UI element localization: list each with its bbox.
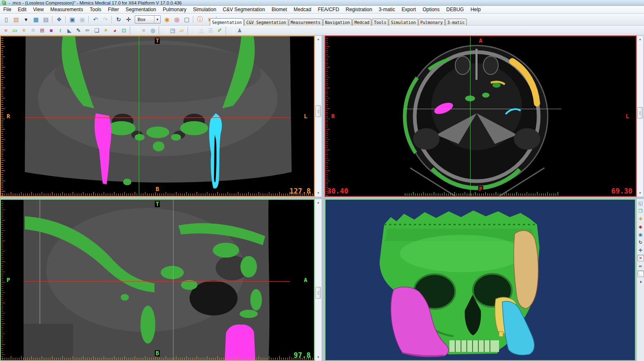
separator[interactable] [193, 16, 194, 23]
3d-reconstruction-view[interactable] [325, 199, 636, 361]
menu-item[interactable]: Medcad [290, 6, 315, 13]
zoom-in-icon[interactable]: ◉ [162, 15, 171, 24]
ribbon-tab[interactable]: 3-matic [445, 19, 467, 26]
menu-item[interactable]: Filter [105, 6, 122, 13]
redo-icon[interactable]: ↷ [101, 15, 110, 24]
save-project-icon[interactable]: ▦ [31, 15, 40, 24]
new-project-icon[interactable]: ▯ [2, 15, 11, 24]
ribbon-tab[interactable]: Measurements [289, 19, 323, 26]
menu-item[interactable]: Segmentation [122, 6, 159, 13]
coronal-horizontal-crosshair[interactable] [26, 117, 290, 118]
paste-icon[interactable]: ▣ [78, 15, 87, 24]
edit-masks-icon[interactable]: ■ [47, 26, 55, 35]
rotate-view-icon[interactable]: ↻ [114, 15, 123, 24]
object-info-icon[interactable]: ⓘ [195, 15, 204, 24]
menu-item[interactable]: FEA/CFD [314, 6, 342, 13]
axial-vertical-crosshair[interactable] [470, 36, 471, 196]
coronal-slice-view[interactable]: T B R L 127.8 [0, 36, 315, 197]
menu-item[interactable]: View [30, 6, 47, 13]
coronal-vertical-crosshair[interactable] [139, 36, 139, 196]
organize-images-icon[interactable]: ❖ [55, 15, 64, 24]
axial-slice-view[interactable]: A P R L 69.30 30.40 [325, 36, 637, 197]
ribbon-tab[interactable]: Tools [372, 19, 388, 26]
mask-label-icon[interactable]: ▱ [178, 26, 186, 35]
zoom-mode-dropdown[interactable]: Box ▼ [135, 15, 161, 24]
smart-fill-icon[interactable]: ☀ [102, 26, 110, 35]
menu-item[interactable]: Options [419, 6, 443, 13]
pan-3d-icon[interactable]: ✛ [637, 247, 644, 253]
sagittal-vertical-crosshair[interactable] [173, 200, 173, 360]
scroll-up-icon[interactable]: ▲ [316, 36, 321, 42]
separator[interactable] [226, 26, 234, 35]
menu-item[interactable]: Registration [342, 6, 375, 13]
cavity-fill-icon[interactable]: ◣ [65, 26, 74, 35]
scroll-down-icon[interactable]: ▼ [316, 190, 321, 196]
menu-item[interactable]: 3-matic [375, 6, 398, 13]
menu-item[interactable]: Simulation [190, 6, 219, 13]
clipping-icon[interactable]: ◆ [637, 223, 644, 230]
update-3d-icon[interactable]: ☰ [207, 26, 215, 35]
ortho-planes-icon[interactable]: ✚ [637, 215, 644, 222]
erase-tool-icon[interactable]: ✏ [83, 26, 92, 35]
edit-mask-3d-icon[interactable]: ❏ [93, 26, 101, 35]
dynamic-region-growing-icon[interactable]: ❄ [29, 26, 37, 35]
open-dropdown-arrow[interactable]: ▾ [21, 15, 31, 24]
sagittal-slice-view[interactable]: T B P A 97.8 [0, 199, 315, 361]
boolean-operations-icon[interactable]: ≡ [140, 26, 148, 35]
calculate-3d-from-mask-icon[interactable]: ◳ [169, 26, 177, 35]
separator[interactable] [159, 26, 167, 35]
scroll-down-icon[interactable]: ▼ [637, 190, 643, 196]
calculate-polylines-icon[interactable]: △ [197, 26, 206, 35]
menu-item[interactable]: Export [398, 6, 419, 13]
chevron-down-icon[interactable]: ▼ [154, 16, 160, 23]
thresholding-icon[interactable]: ≈ [2, 26, 10, 35]
menu-item[interactable]: C&V Segmentation [219, 6, 268, 13]
separator[interactable] [88, 16, 89, 23]
menu-item[interactable]: Help [467, 6, 484, 13]
ribbon-tab[interactable]: Pulmonary [418, 19, 445, 26]
ribbon-tab[interactable]: Simulation [389, 19, 418, 26]
region-growing-icon[interactable]: ✳ [20, 26, 28, 35]
separator[interactable] [130, 26, 138, 35]
menu-item[interactable]: Edit [14, 6, 30, 13]
sagittal-horizontal-crosshair[interactable] [25, 281, 290, 282]
calculate-3d-icon[interactable]: ⊞ [38, 26, 46, 35]
unzoom-icon[interactable]: ◎ [172, 15, 181, 24]
ribbon-tab[interactable]: Medcad [352, 19, 371, 26]
viewport-layout-icon[interactable]: ◱ [637, 200, 644, 206]
ribbon-tab[interactable]: Navigation [323, 19, 352, 26]
pan-view-icon[interactable]: ✛ [124, 15, 133, 24]
menu-item[interactable]: Pulmonary [159, 6, 190, 13]
morphology-operations-icon[interactable]: ◕ [111, 26, 119, 35]
zoom-box-icon[interactable]: ▢ [182, 15, 191, 24]
edit-3d-icon[interactable]: ✐ [216, 26, 224, 35]
separator[interactable] [112, 16, 112, 23]
patient-orientation-icon[interactable]: ♟ [235, 26, 244, 35]
menu-item[interactable]: Biomet [268, 6, 290, 13]
separator[interactable] [65, 16, 66, 23]
ribbon-tab[interactable]: C&V Segmentation [244, 19, 288, 26]
orientation-axis-icon[interactable]: ∟ [637, 270, 644, 277]
scrollbar-thumb[interactable] [637, 107, 643, 119]
draw-tool-icon[interactable]: ✎ [74, 26, 83, 35]
sagittal-scrollbar[interactable]: ▲ ▼ [315, 199, 322, 361]
crop-mask-icon[interactable]: ⊡ [120, 26, 128, 35]
profile-line-icon[interactable]: ▭ [11, 26, 19, 35]
scroll-up-icon[interactable]: ▲ [637, 36, 643, 42]
menu-item[interactable]: DEBUG [443, 6, 467, 13]
contrast-icon[interactable]: ◑ [637, 278, 644, 285]
scroll-up-icon[interactable]: ▲ [316, 200, 321, 206]
axial-scrollbar[interactable]: ▲ ▼ [637, 36, 644, 197]
axial-horizontal-crosshair[interactable] [404, 109, 561, 109]
separator[interactable] [52, 16, 53, 23]
visibility-eye-icon[interactable]: ◉ [637, 231, 644, 238]
scroll-down-icon[interactable]: ▼ [316, 354, 321, 360]
copy-icon[interactable]: ▣ [68, 15, 77, 24]
coronal-scrollbar[interactable]: ▲ ▼ [315, 36, 322, 197]
menu-item[interactable]: Measurements [47, 6, 86, 13]
axes-icon[interactable]: ✕ [637, 255, 644, 261]
scrollbar-thumb[interactable] [316, 287, 321, 299]
rotate-3d-icon[interactable]: ↻ [637, 239, 644, 246]
print-icon[interactable]: ▤ [41, 15, 50, 24]
open-project-icon[interactable]: ▨ [12, 15, 21, 24]
